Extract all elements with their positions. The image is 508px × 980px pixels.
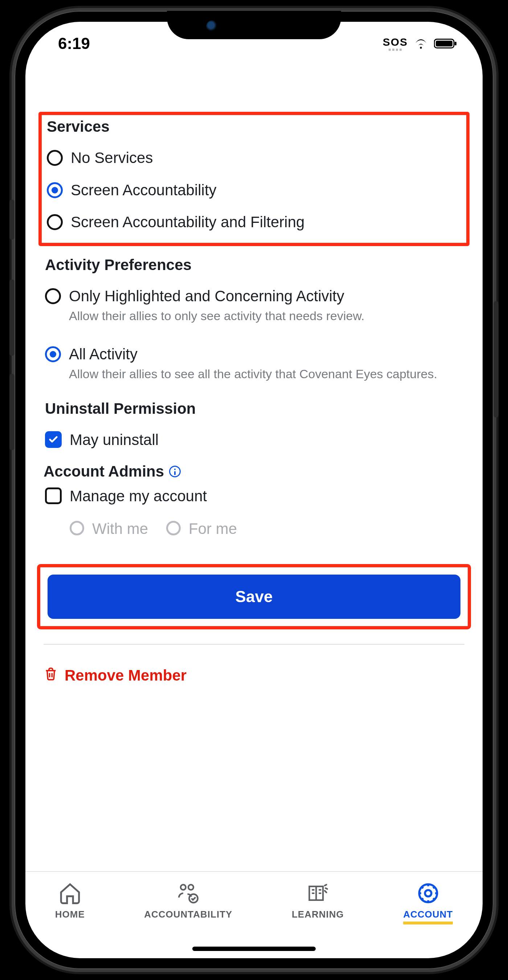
radio-label: Screen Accountability — [71, 181, 217, 200]
tab-label: ACCOUNT — [403, 909, 453, 924]
checkbox-icon — [45, 431, 62, 448]
radio-screen-accountability[interactable]: Screen Accountability — [45, 174, 463, 207]
tab-accountability[interactable]: ACCOUNTABILITY — [144, 881, 232, 920]
activity-title: Activity Preferences — [45, 256, 464, 274]
radio-label: With me — [92, 519, 148, 539]
side-button — [494, 301, 498, 417]
tab-home[interactable]: HOME — [55, 881, 85, 920]
radio-label: Screen Accountability and Filtering — [71, 213, 305, 232]
radio-icon — [166, 521, 181, 535]
radio-description: Allow their allies to see all the activi… — [69, 366, 437, 383]
battery-icon — [434, 38, 457, 49]
radio-all-activity[interactable]: All Activity Allow their allies to see a… — [44, 338, 464, 389]
divider — [44, 644, 464, 644]
svg-point-4 — [188, 885, 194, 889]
radio-icon — [45, 288, 61, 304]
remove-member-button[interactable]: Remove Member — [44, 667, 464, 684]
remove-member-label: Remove Member — [65, 667, 187, 684]
radio-label: For me — [189, 519, 237, 539]
radio-with-me[interactable]: With me — [70, 519, 148, 539]
content: Services No Services Screen Accountabili… — [25, 65, 483, 871]
side-button — [10, 280, 14, 356]
tab-bar: HOME ACCOUNTABILITY LEARNING ACCOUNT — [25, 871, 483, 958]
checkbox-icon — [45, 487, 62, 504]
services-title: Services — [47, 118, 463, 135]
radio-icon — [45, 346, 61, 362]
save-button[interactable]: Save — [48, 574, 460, 619]
phone-frame: 6:19 SOS Services N — [14, 11, 494, 969]
status-time: 6:19 — [58, 35, 90, 52]
tab-learning[interactable]: LEARNING — [292, 881, 344, 920]
radio-icon — [47, 182, 63, 198]
trash-icon — [44, 667, 58, 684]
status-right: SOS — [383, 37, 457, 51]
checkbox-manage-account[interactable]: Manage my account — [44, 480, 464, 512]
services-highlight: Services No Services Screen Accountabili… — [38, 112, 470, 246]
save-highlight: Save — [37, 564, 471, 629]
svg-rect-1 — [436, 41, 452, 46]
radio-no-services[interactable]: No Services — [45, 142, 463, 174]
tab-label: HOME — [55, 909, 85, 920]
tab-label: ACCOUNTABILITY — [144, 909, 232, 920]
radio-label: Only Highlighted and Concerning Activity — [69, 287, 365, 306]
radio-icon — [70, 521, 84, 535]
checkbox-label: May uninstall — [70, 431, 159, 450]
radio-label: All Activity — [69, 345, 437, 364]
tab-account[interactable]: ACCOUNT — [403, 881, 453, 924]
svg-point-7 — [425, 890, 432, 897]
radio-for-me[interactable]: For me — [166, 519, 237, 539]
side-button — [10, 200, 14, 240]
sos-indicator: SOS — [383, 37, 408, 51]
admin-sub-options: With me For me — [70, 512, 464, 542]
side-button — [10, 374, 14, 450]
uninstall-title: Uninstall Permission — [45, 400, 464, 417]
radio-highlighted-activity[interactable]: Only Highlighted and Concerning Activity… — [44, 280, 464, 331]
tab-label: LEARNING — [292, 909, 344, 920]
info-icon[interactable] — [169, 466, 181, 477]
notch — [167, 11, 341, 39]
radio-screen-accountability-filtering[interactable]: Screen Accountability and Filtering — [45, 206, 463, 239]
checkbox-may-uninstall[interactable]: May uninstall — [44, 424, 464, 456]
radio-icon — [47, 150, 63, 166]
svg-rect-2 — [455, 42, 456, 45]
admins-title: Account Admins — [44, 463, 164, 480]
radio-icon — [47, 214, 63, 230]
screen: 6:19 SOS Services N — [25, 22, 483, 958]
svg-point-3 — [181, 885, 186, 889]
radio-label: No Services — [71, 148, 153, 168]
wifi-icon — [414, 38, 428, 49]
home-indicator — [192, 947, 316, 951]
radio-description: Allow their allies to only see activity … — [69, 308, 365, 325]
checkbox-label: Manage my account — [70, 487, 207, 506]
